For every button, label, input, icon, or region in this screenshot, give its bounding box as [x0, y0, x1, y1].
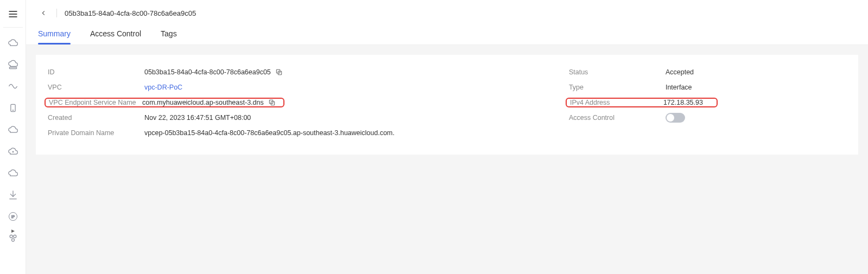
divider — [56, 9, 57, 17]
value-private-domain: vpcep-05b3ba15-84a0-4cfa-8c00-78c6a6ea9c… — [144, 129, 395, 137]
value-type: Interface — [666, 84, 692, 91]
tab-summary[interactable]: Summary — [38, 25, 71, 44]
cloud-icon[interactable] — [4, 34, 22, 52]
cloud-server-icon[interactable] — [4, 56, 22, 73]
label-type: Type — [569, 84, 666, 91]
breadcrumb-title: 05b3ba15-84a0-4cfa-8c00-78c6a6ea9c05 — [65, 9, 196, 17]
value-created: Nov 22, 2023 16:47:51 GMT+08:00 — [144, 114, 251, 122]
main-content: 05b3ba15-84a0-4cfa-8c00-78c6a6ea9c05 Sum… — [26, 0, 868, 274]
cloud-icon-2[interactable] — [4, 121, 22, 138]
label-created: Created — [48, 114, 144, 122]
svg-rect-3 — [9, 67, 16, 69]
svg-point-9 — [10, 235, 12, 238]
label-id: ID — [48, 68, 144, 76]
tab-tags[interactable]: Tags — [161, 25, 177, 44]
cloud-db-icon[interactable] — [4, 143, 22, 160]
tabs: Summary Access Control Tags — [26, 25, 868, 45]
value-status: Accepted — [666, 68, 694, 76]
label-private-domain: Private Domain Name — [48, 129, 144, 137]
menu-toggle-button[interactable] — [4, 5, 22, 23]
svg-point-10 — [13, 235, 16, 238]
svg-point-11 — [11, 239, 14, 241]
network-icon[interactable] — [4, 78, 22, 95]
ip-icon[interactable]: IP — [4, 208, 22, 225]
sidebar: IP ▸ — [0, 0, 26, 274]
copy-icon[interactable] — [268, 99, 276, 106]
label-endpoint-service: VPC Endpoint Service Name — [49, 99, 142, 106]
svg-point-6 — [12, 151, 14, 152]
highlight-ipv4: IPv4 Address 172.18.35.93 — [566, 98, 718, 107]
label-status: Status — [569, 68, 666, 76]
value-endpoint-service: com.myhuaweicloud.ap-southeast-3.dns — [142, 99, 276, 106]
label-access-control: Access Control — [569, 114, 666, 122]
highlight-endpoint-service: VPC Endpoint Service Name com.myhuaweicl… — [45, 98, 284, 107]
cloud-alt-icon[interactable] — [4, 164, 22, 182]
breadcrumb: 05b3ba15-84a0-4cfa-8c00-78c6a6ea9c05 — [26, 0, 868, 25]
back-button[interactable] — [38, 8, 49, 18]
value-id: 05b3ba15-84a0-4cfa-8c00-78c6a6ea9c05 — [144, 68, 283, 76]
summary-panel: ID 05b3ba15-84a0-4cfa-8c00-78c6a6ea9c05 … — [36, 55, 858, 155]
label-vpc: VPC — [48, 84, 144, 91]
access-control-toggle[interactable] — [666, 113, 685, 123]
storage-icon[interactable] — [4, 99, 22, 117]
label-ipv4: IPv4 Address — [570, 99, 663, 106]
sidebar-expand-toggle[interactable]: ▸ — [9, 226, 17, 235]
tab-access-control[interactable]: Access Control — [90, 25, 141, 44]
deploy-icon[interactable] — [4, 186, 22, 203]
value-vpc-link[interactable]: vpc-DR-PoC — [144, 84, 182, 91]
value-ipv4: 172.18.35.93 — [663, 99, 703, 106]
svg-text:IP: IP — [11, 215, 15, 219]
copy-icon[interactable] — [275, 68, 283, 76]
